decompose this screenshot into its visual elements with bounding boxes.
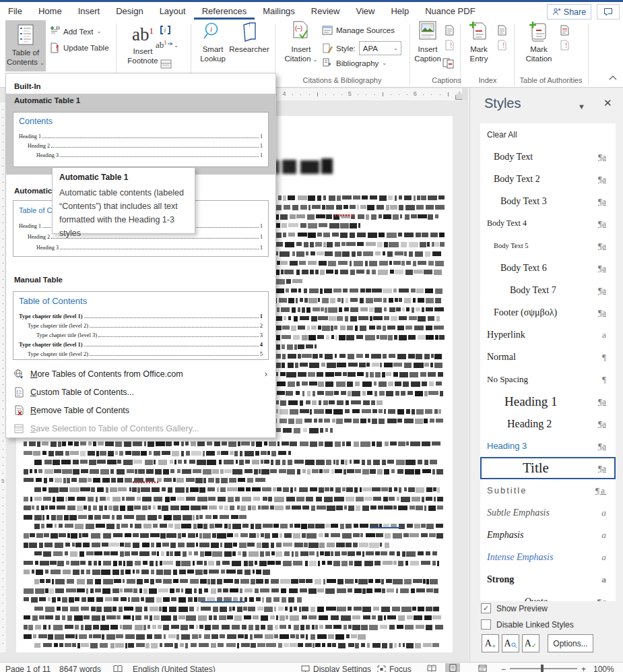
smart-lookup-button[interactable]: i Smart Lookup	[194, 21, 232, 64]
tab-review[interactable]: Review	[303, 2, 348, 20]
zoom-slider-thumb[interactable]	[541, 665, 544, 672]
style-item-title[interactable]: Title¶a	[480, 457, 616, 479]
toc-menu-item-label: More Tables of Contents from Office.com	[30, 369, 183, 379]
bibliography-button[interactable]: Bibliography⌄	[322, 58, 387, 68]
magnifier-icon	[511, 642, 517, 648]
style-item-subtitle[interactable]: Subtitle¶a	[480, 479, 616, 501]
table-of-contents-button[interactable]: Table of Contents ⌄	[5, 20, 46, 71]
style-item-subtle-emphasis[interactable]: Subtle Emphasisa	[480, 501, 616, 524]
style-item-label: Intense Emphasis	[487, 552, 585, 563]
insert-table-of-authorities-icon[interactable]	[559, 25, 570, 36]
show-preview-checkbox[interactable]: ✓ Show Preview	[481, 603, 548, 613]
style-item-footer-[interactable]: Footer (σψμβολ)¶a	[480, 301, 616, 324]
print-layout-view-button[interactable]	[445, 663, 460, 672]
close-icon[interactable]: ✕	[603, 97, 612, 109]
manage-sources-label: Manage Sources	[336, 26, 395, 34]
update-table-of-figures-icon[interactable]: !	[444, 40, 455, 51]
mark-citation-button[interactable]: Mark Citation	[520, 21, 558, 64]
toc-menu-item-remove[interactable]: Remove Table of Contents	[6, 401, 275, 419]
zoom-percentage[interactable]: 100%	[593, 665, 614, 672]
style-item-body-text[interactable]: Body Text¶a	[480, 146, 616, 168]
style-item-clear-all[interactable]: Clear All	[480, 123, 616, 146]
focus-mode[interactable]: Focus	[377, 665, 412, 672]
mark-entry-label: Mark Entry	[465, 44, 492, 64]
insert-citation-button[interactable]: (–) Insert Citation ⌄	[282, 21, 321, 64]
group-label-captions: Captions	[432, 76, 461, 84]
comments-button[interactable]	[597, 4, 620, 20]
tab-help[interactable]: Help	[383, 2, 417, 20]
style-item-strong[interactable]: Stronga	[480, 568, 616, 590]
insert-index-icon[interactable]	[496, 25, 507, 36]
tab-view[interactable]: View	[348, 2, 383, 20]
style-item-body-text-4[interactable]: Body Text 4¶a	[480, 212, 616, 235]
citation-style-select[interactable]: APA⌄	[359, 41, 401, 55]
citation-style-value: APA	[363, 44, 378, 53]
zoom-slider-track[interactable]	[510, 668, 577, 669]
manage-styles-button[interactable]: A✓	[522, 634, 539, 652]
tab-design[interactable]: Design	[108, 2, 151, 20]
style-item-body-text-5[interactable]: Body Text 5¶a	[480, 235, 616, 257]
style-item-heading-1[interactable]: Heading 1¶a	[480, 390, 616, 413]
style-item-heading-2[interactable]: Heading 2¶a	[480, 413, 616, 435]
tab-insert[interactable]: Insert	[70, 2, 108, 20]
styles-list: Clear AllBody Text¶aBody Text 2¶aBody Te…	[480, 123, 616, 601]
add-text-button[interactable]: Add Text⌄	[50, 26, 101, 36]
insert-table-of-figures-icon[interactable]	[444, 25, 455, 36]
researcher-label: Researcher	[229, 44, 269, 54]
insert-caption-label: Insert Caption	[412, 44, 444, 64]
style-item-intense-emphasis[interactable]: Intense Emphasisa	[480, 546, 616, 568]
style-item-normal[interactable]: Normal¶	[480, 346, 616, 368]
style-item-heading-3[interactable]: Heading 3¶a	[480, 435, 616, 457]
web-layout-view-button[interactable]	[475, 663, 490, 672]
tab-references[interactable]: References	[194, 2, 255, 20]
style-type-marker: a	[602, 330, 606, 340]
next-footnote-button[interactable]: ab1 ⌄	[156, 40, 178, 51]
style-inspector-button[interactable]: A	[502, 634, 519, 652]
toc-preview-manual[interactable]: Table of Contents Type chapter title (le…	[13, 291, 269, 360]
update-table-of-authorities-icon[interactable]: !	[559, 40, 570, 51]
disable-linked-styles-checkbox[interactable]: Disable Linked Styles	[481, 619, 574, 630]
read-mode-view-button[interactable]	[424, 663, 439, 672]
tab-layout[interactable]: Layout	[152, 2, 194, 20]
update-index-icon[interactable]: !	[496, 40, 507, 51]
style-item-body-text-3[interactable]: Body Text 3¶a	[480, 190, 616, 212]
add-text-icon	[50, 26, 60, 36]
toc-menu-item-custom[interactable]: Custom Table of Contents...	[6, 383, 275, 401]
insert-caption-button[interactable]: Insert Caption	[411, 21, 445, 64]
zoom-out-button[interactable]: −	[501, 665, 506, 672]
tab-file[interactable]: File	[0, 2, 30, 20]
collapse-ribbon-icon[interactable]	[608, 75, 618, 81]
display-settings[interactable]: Display Settings	[301, 665, 371, 672]
styles-options-button[interactable]: Options...	[548, 634, 593, 652]
word-count[interactable]: 8647 words	[59, 665, 101, 672]
manage-sources-button[interactable]: Manage Sources	[322, 26, 395, 35]
toc-menu-item-more[interactable]: More Tables of Contents from Office.com›	[6, 365, 275, 383]
zoom-in-button[interactable]: +	[581, 665, 586, 672]
page-indicator[interactable]: Page 1 of 11	[5, 665, 51, 672]
style-item-hyperlink[interactable]: Hyperlinka	[480, 324, 616, 346]
cross-reference-icon[interactable]	[442, 58, 455, 69]
chevron-down-icon: ⌄	[382, 60, 387, 66]
share-button[interactable]: Share	[547, 4, 591, 20]
show-notes-icon[interactable]	[160, 59, 172, 69]
style-item-label: Footer (σψμβολ)	[494, 307, 585, 318]
styles-pane-menu-icon[interactable]: ▼	[578, 102, 585, 111]
language-indicator[interactable]: English (United States)	[133, 665, 216, 672]
style-item-quote[interactable]: Quote¶a	[480, 590, 616, 601]
smart-lookup-label: Smart Lookup	[197, 44, 229, 64]
style-item-body-text-6[interactable]: Body Text 6¶a	[480, 257, 616, 279]
insert-endnote-icon[interactable]: i	[160, 25, 171, 35]
style-item-body-text-7[interactable]: Body Text 7¶a	[480, 279, 616, 301]
new-style-button[interactable]: A+	[482, 634, 499, 652]
style-item-emphasis[interactable]: Emphasisa	[480, 524, 616, 546]
proofing-status-icon[interactable]	[113, 665, 123, 672]
tab-mailings[interactable]: Mailings	[255, 2, 303, 20]
tab-nuance-pdf[interactable]: Nuance PDF	[417, 2, 483, 20]
style-item-no-spacing[interactable]: No Spacing¶	[480, 368, 616, 390]
style-item-label: Heading 2	[507, 418, 585, 430]
update-table-button[interactable]: ! Update Table	[50, 42, 109, 53]
researcher-button[interactable]: Researcher	[229, 21, 269, 54]
mark-entry-button[interactable]: Mark Entry	[463, 21, 494, 64]
style-item-body-text-2[interactable]: Body Text 2¶a	[480, 168, 616, 190]
tab-home[interactable]: Home	[30, 2, 70, 20]
